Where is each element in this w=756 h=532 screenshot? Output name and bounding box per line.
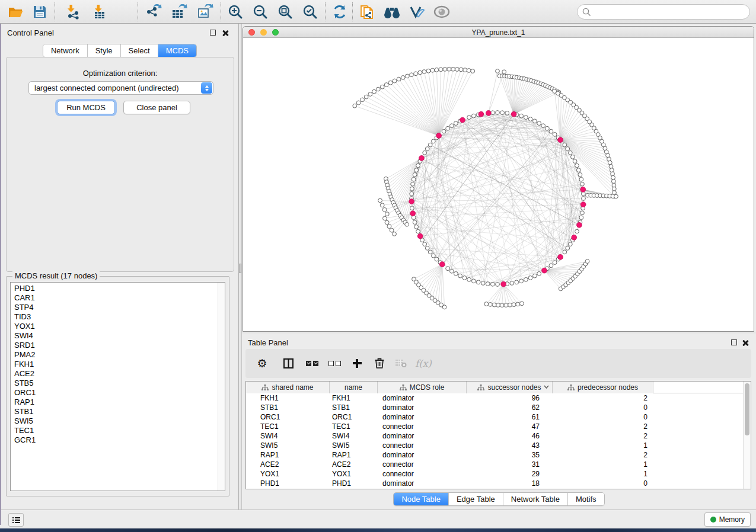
table-cell[interactable]: ORC1: [246, 412, 330, 422]
birds-eye-view-icon[interactable]: [430, 2, 453, 22]
leaf-node[interactable]: [353, 104, 357, 108]
leaf-node[interactable]: [611, 175, 615, 180]
ring-node[interactable]: [416, 164, 420, 168]
dominator-node[interactable]: [542, 268, 547, 273]
ring-node[interactable]: [505, 111, 509, 116]
leaf-node[interactable]: [405, 74, 409, 78]
zoom-selected-icon[interactable]: [299, 2, 321, 22]
ring-node[interactable]: [576, 168, 580, 172]
ring-node[interactable]: [410, 187, 414, 191]
tab-select[interactable]: Select: [121, 44, 158, 57]
mcds-result-item[interactable]: SWI5: [11, 416, 217, 426]
ring-node[interactable]: [549, 264, 553, 268]
leaf-node[interactable]: [372, 89, 377, 94]
dominator-node[interactable]: [479, 111, 484, 117]
dominator-node[interactable]: [419, 156, 425, 161]
table-cell[interactable]: STB1: [246, 403, 330, 412]
ring-node[interactable]: [582, 197, 586, 201]
dominator-node[interactable]: [558, 254, 563, 259]
apply-layout-icon[interactable]: [328, 2, 351, 22]
table-cell[interactable]: 1: [553, 441, 653, 450]
ring-node[interactable]: [454, 272, 458, 276]
ring-node[interactable]: [414, 225, 419, 229]
ring-node[interactable]: [449, 269, 454, 273]
table-row[interactable]: PHD1PHD1dominator180: [246, 479, 743, 488]
mcds-result-item[interactable]: PHD1: [11, 284, 217, 293]
zoom-fit-icon[interactable]: [274, 2, 296, 22]
leaf-node[interactable]: [387, 225, 391, 229]
leaf-node[interactable]: [455, 68, 460, 72]
column-header-MCDS-role[interactable]: MCDS role: [378, 382, 467, 393]
create-column-icon[interactable]: [347, 354, 366, 372]
leaf-node[interactable]: [496, 69, 500, 73]
leaf-node[interactable]: [451, 67, 455, 71]
table-row[interactable]: SWI4SWI4dominator462: [246, 431, 743, 441]
ring-node[interactable]: [566, 147, 570, 151]
leaf-node[interactable]: [608, 161, 612, 165]
ring-node[interactable]: [575, 164, 579, 168]
ring-node[interactable]: [568, 242, 572, 246]
ring-node[interactable]: [524, 116, 528, 120]
mcds-result-list[interactable]: PHD1CAR1STP4TID3YOX1SWI4SRD1PMA2FKH1ACE2…: [10, 282, 225, 491]
leaf-node[interactable]: [356, 101, 361, 105]
tab-motifs[interactable]: Motifs: [568, 493, 604, 505]
table-cell[interactable]: 61: [467, 412, 553, 422]
table-row[interactable]: ACE2ACE2connector311: [246, 460, 743, 469]
ring-node[interactable]: [490, 282, 495, 286]
ring-node[interactable]: [454, 121, 458, 126]
table-row[interactable]: FKH1FKH1dominator962: [246, 393, 743, 403]
ring-node[interactable]: [573, 159, 577, 164]
ring-node[interactable]: [410, 191, 414, 196]
float-table-panel-icon[interactable]: [731, 339, 737, 345]
tab-node-table[interactable]: Node Table: [394, 493, 449, 505]
leaf-node[interactable]: [612, 187, 616, 191]
leaf-node[interactable]: [388, 81, 393, 85]
ring-node[interactable]: [416, 229, 420, 233]
ring-node[interactable]: [533, 119, 537, 123]
ring-node[interactable]: [580, 211, 585, 215]
ring-node[interactable]: [462, 276, 467, 280]
table-cell[interactable]: SWI5: [246, 441, 330, 450]
ring-node[interactable]: [449, 124, 454, 128]
table-cell[interactable]: dominator: [378, 412, 467, 422]
ring-node[interactable]: [471, 279, 476, 283]
ring-node[interactable]: [481, 281, 485, 286]
leaf-node[interactable]: [418, 70, 422, 75]
leaf-node[interactable]: [378, 198, 382, 203]
ring-node[interactable]: [568, 150, 572, 155]
leaf-node[interactable]: [430, 68, 435, 72]
mcds-result-item[interactable]: ORC1: [11, 388, 217, 398]
dominator-node[interactable]: [436, 133, 442, 139]
node-table[interactable]: shared namenameMCDS rolesuccessor nodesp…: [245, 381, 751, 489]
leaf-node[interactable]: [401, 76, 405, 80]
leaf-node[interactable]: [447, 67, 451, 71]
dominator-node[interactable]: [558, 137, 563, 143]
splitter-handle[interactable]: [239, 264, 241, 273]
ring-node[interactable]: [553, 132, 557, 136]
table-cell[interactable]: TEC1: [246, 422, 330, 431]
ring-node[interactable]: [519, 114, 524, 118]
leaf-node[interactable]: [383, 216, 387, 220]
table-cell[interactable]: 46: [467, 431, 553, 441]
table-row[interactable]: RAP1RAP1dominator352: [246, 450, 743, 460]
column-header-name[interactable]: name: [330, 382, 378, 393]
leaf-node[interactable]: [610, 168, 614, 172]
table-row[interactable]: YOX1YOX1connector291: [246, 469, 743, 479]
mcds-result-item[interactable]: TEC1: [11, 426, 217, 435]
ring-node[interactable]: [476, 280, 480, 284]
mcds-result-item[interactable]: SRD1: [11, 341, 217, 350]
table-cell[interactable]: TEC1: [330, 422, 378, 431]
clone-network-icon[interactable]: [356, 2, 378, 22]
leaf-node[interactable]: [393, 79, 397, 83]
leaf-node[interactable]: [439, 68, 443, 72]
ring-node[interactable]: [423, 150, 427, 155]
table-cell[interactable]: connector: [378, 460, 467, 469]
close-panel-button[interactable]: Close panel: [123, 101, 190, 114]
table-cell[interactable]: 43: [467, 441, 553, 450]
select-all-icon[interactable]: [302, 354, 321, 372]
leaf-node[interactable]: [508, 303, 512, 307]
leaf-node[interactable]: [609, 164, 613, 168]
leaf-node[interactable]: [426, 69, 430, 73]
open-file-icon[interactable]: [5, 2, 27, 22]
leaf-node[interactable]: [463, 68, 467, 72]
